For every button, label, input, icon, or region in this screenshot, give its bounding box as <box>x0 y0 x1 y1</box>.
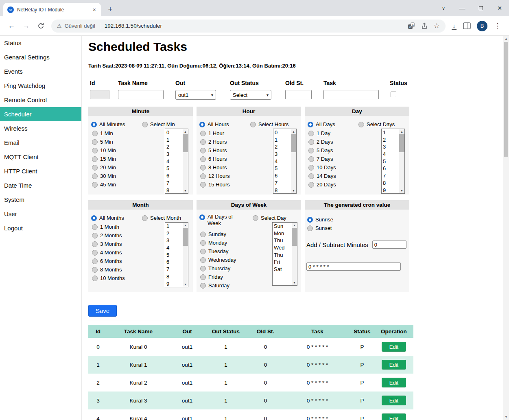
all-days-of-week-radio[interactable]: All Days of Week <box>199 214 238 222</box>
month-list-option[interactable]: 2 <box>165 230 183 237</box>
browser-tab[interactable]: IOT NetRelay IOT Module × <box>3 3 101 16</box>
sidebar-item-mqtt-client[interactable]: MQTT Client <box>0 150 81 164</box>
weekday-list-option[interactable]: Sat <box>273 266 292 273</box>
minute-list-option[interactable]: 8 <box>165 187 183 194</box>
weekday-checkbox[interactable]: Saturday <box>200 281 236 290</box>
page-scrollbar[interactable]: ▲ ▼ <box>503 36 509 420</box>
day-preset-radio[interactable]: 5 Days <box>308 146 336 155</box>
listbox-scrollbar[interactable]: ▲ ▼ <box>183 129 188 193</box>
side-panel-button[interactable] <box>461 20 473 32</box>
month-preset-radio[interactable]: 10 Months <box>92 274 125 282</box>
minute-list-option[interactable]: 1 <box>165 136 183 144</box>
minute-list-option[interactable]: 3 <box>165 151 183 158</box>
share-icon[interactable] <box>421 22 428 30</box>
sidebar-item-email[interactable]: Email <box>0 136 81 150</box>
day-preset-radio[interactable]: 7 Days <box>308 155 336 163</box>
day-list-option[interactable]: 8 <box>382 179 399 187</box>
out-select[interactable]: out1 ▾ <box>175 90 216 100</box>
reload-button[interactable] <box>35 20 47 32</box>
sidebar-item-status[interactable]: Status <box>0 36 81 50</box>
select-month-radio[interactable]: Select Month <box>142 214 181 222</box>
weekday-checkbox[interactable]: Sunday <box>200 230 236 238</box>
edit-button[interactable]: Edit <box>382 413 406 420</box>
day-list-option[interactable]: 2 <box>382 136 399 144</box>
task-input[interactable] <box>323 90 379 99</box>
scroll-up-icon[interactable]: ▲ <box>503 36 509 42</box>
scroll-down-icon[interactable]: ▼ <box>399 188 404 193</box>
weekday-checkbox[interactable]: Wednesday <box>200 256 236 264</box>
weekday-listbox[interactable]: SunMonThuWedThuFriSat ▲ ▼ <box>272 222 297 286</box>
day-list-option[interactable]: 5 <box>382 158 399 165</box>
minimize-button[interactable]: — <box>453 0 472 16</box>
day-preset-radio[interactable]: 10 Days <box>308 163 336 172</box>
edit-button[interactable]: Edit <box>382 378 406 387</box>
edit-button[interactable]: Edit <box>382 396 406 405</box>
month-preset-radio[interactable]: 6 Months <box>92 257 125 265</box>
sidebar-item-remote-control[interactable]: Remote Control <box>0 93 81 107</box>
sidebar-item-logout[interactable]: Logout <box>0 221 81 235</box>
scrollbar-thumb[interactable] <box>183 134 188 152</box>
sidebar-item-events[interactable]: Events <box>0 64 81 79</box>
day-preset-radio[interactable]: 1 Day <box>308 129 336 138</box>
hour-list-option[interactable]: 3 <box>273 151 291 158</box>
sidebar-item-http-client[interactable]: HTTP Client <box>0 164 81 178</box>
scrollbar-thumb[interactable] <box>183 228 188 246</box>
hour-list-option[interactable]: 0 <box>273 129 291 136</box>
scroll-down-icon[interactable]: ▼ <box>292 280 297 285</box>
sunrise-radio[interactable]: Sunrise <box>307 215 333 224</box>
minute-listbox[interactable]: 0123456789 ▲ ▼ <box>165 129 188 194</box>
weekday-checkbox[interactable]: Thursday <box>200 264 236 273</box>
month-preset-radio[interactable]: 1 Month <box>92 223 125 231</box>
month-list-option[interactable]: 1 <box>165 223 183 230</box>
weekday-list-option[interactable]: Thu <box>273 252 292 259</box>
minute-preset-radio[interactable]: 30 Min <box>92 172 116 180</box>
month-preset-radio[interactable]: 8 Months <box>92 265 125 274</box>
scrollbar-thumb[interactable] <box>399 134 404 152</box>
hour-list-option[interactable]: 5 <box>273 165 291 172</box>
all-months-radio[interactable]: All Months <box>91 214 124 222</box>
all-hours-radio[interactable]: All Hours <box>199 120 229 129</box>
day-preset-radio[interactable]: 14 Days <box>308 172 336 180</box>
minute-list-option[interactable]: 4 <box>165 158 183 165</box>
month-list-option[interactable]: 9 <box>165 280 183 287</box>
listbox-scrollbar[interactable]: ▲ ▼ <box>291 129 296 193</box>
select-hours-radio[interactable]: Select Hours <box>250 120 288 129</box>
weekday-checkbox[interactable]: Monday <box>200 238 236 247</box>
weekday-list-option[interactable]: Mon <box>273 230 292 237</box>
save-button[interactable]: Save <box>88 305 117 317</box>
hour-list-option[interactable]: 7 <box>273 179 291 187</box>
hour-list-option[interactable]: 6 <box>273 172 291 179</box>
day-preset-radio[interactable]: 20 Days <box>308 180 336 189</box>
sidebar-item-ping-watchdog[interactable]: Ping Watchdog <box>0 79 81 93</box>
task-name-input[interactable] <box>118 90 164 99</box>
security-label[interactable]: Güvenli değil <box>65 23 95 29</box>
profile-avatar[interactable]: B <box>477 21 487 31</box>
month-preset-radio[interactable]: 3 Months <box>92 240 125 248</box>
day-list-option[interactable]: 3 <box>382 143 399 151</box>
day-listbox[interactable]: 12345678910 ▲ ▼ <box>381 129 405 194</box>
day-list-option[interactable]: 4 <box>382 151 399 158</box>
hour-preset-radio[interactable]: 15 Hours <box>200 180 230 189</box>
hour-preset-radio[interactable]: 8 Hours <box>200 163 230 172</box>
minute-list-option[interactable]: 6 <box>165 172 183 179</box>
select-days-radio[interactable]: Select Days <box>358 120 395 129</box>
url-text[interactable]: 192.168.1.50/scheduler <box>105 23 162 29</box>
hour-listbox[interactable]: 0123456789 ▲ ▼ <box>273 129 297 194</box>
day-preset-radio[interactable]: 2 Days <box>308 138 336 146</box>
month-listbox[interactable]: 12345678910 ▲ ▼ <box>165 222 188 287</box>
minute-preset-radio[interactable]: 45 Min <box>92 180 116 189</box>
month-list-option[interactable]: 3 <box>165 237 183 244</box>
hour-list-option[interactable]: 8 <box>273 187 291 194</box>
minute-preset-radio[interactable]: 20 Min <box>92 163 116 172</box>
select-day-radio[interactable]: Select Day <box>253 214 286 222</box>
hour-preset-radio[interactable]: 2 Hours <box>200 138 230 146</box>
hour-preset-radio[interactable]: 6 Hours <box>200 155 230 163</box>
minute-preset-radio[interactable]: 10 Min <box>92 146 116 155</box>
sidebar-item-general-settings[interactable]: Genaral Settings <box>0 50 81 64</box>
maximize-button[interactable] <box>472 0 490 16</box>
minute-list-option[interactable]: 7 <box>165 179 183 187</box>
scroll-up-icon[interactable]: ▲ <box>183 223 188 228</box>
scroll-down-icon[interactable]: ▼ <box>183 188 188 193</box>
day-list-option[interactable]: 6 <box>382 165 399 172</box>
month-list-option[interactable]: 7 <box>165 266 183 273</box>
